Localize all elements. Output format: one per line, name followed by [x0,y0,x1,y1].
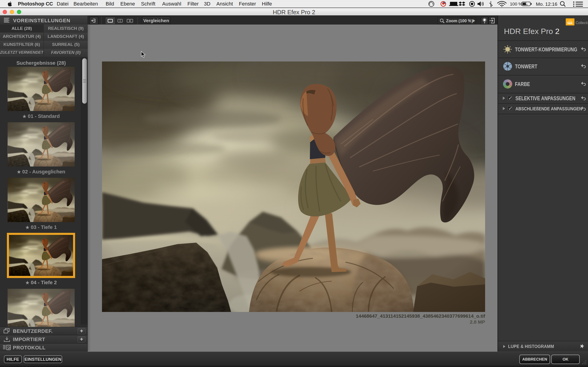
svg-text:Mo. 12:16: Mo. 12:16 [536,1,557,7]
svg-text:100 %: 100 % [510,2,522,6]
svg-text:Collection: Collection [576,21,588,25]
svg-text:NiK: NiK [567,21,573,25]
